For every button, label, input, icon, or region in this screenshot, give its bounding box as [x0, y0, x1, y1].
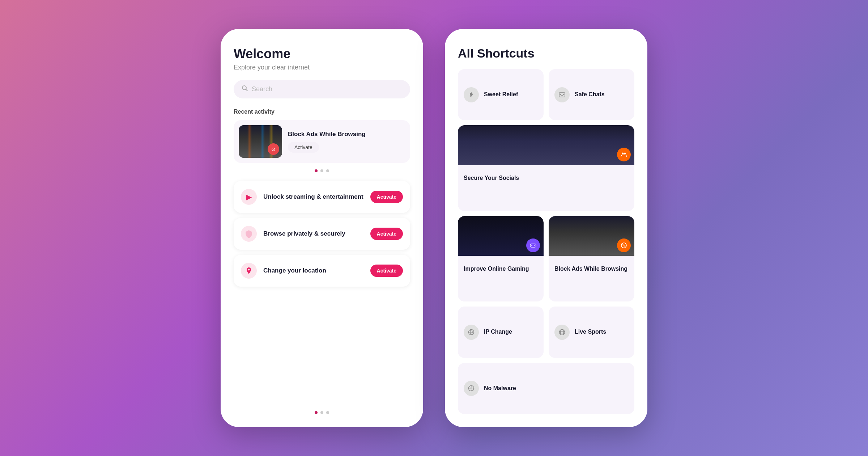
no-malware-label: No Malware: [484, 385, 516, 392]
gaming-overlay-icon: [526, 238, 540, 252]
search-placeholder: Search: [252, 85, 272, 93]
bottom-dot-3: [326, 411, 329, 414]
shortcut-no-malware[interactable]: No Malware: [458, 363, 634, 414]
svg-line-1: [246, 89, 248, 91]
shortcuts-grid: Sweet Relief Safe Chats: [458, 69, 634, 414]
bottom-dot-2: [320, 411, 323, 414]
svg-rect-2: [559, 93, 565, 97]
sweet-relief-icon: [464, 87, 479, 102]
recent-card-overlay-icon: ⊘: [268, 143, 279, 155]
svg-point-17: [470, 387, 472, 389]
no-malware-icon: [464, 381, 479, 396]
streaming-text: Unlock streaming & entertainment: [263, 193, 364, 201]
svg-line-11: [622, 243, 626, 248]
svg-rect-5: [530, 244, 536, 247]
svg-point-9: [535, 245, 535, 245]
left-phone: Welcome Explore your clear internet Sear…: [221, 29, 423, 427]
location-activate-button[interactable]: Activate: [370, 265, 403, 277]
left-phone-title: Welcome: [234, 46, 410, 62]
shortcut-secure-socials[interactable]: Secure Your Socials: [458, 125, 634, 211]
dot-3: [326, 169, 329, 172]
gaming-label: Improve Online Gaming: [464, 265, 529, 273]
gaming-image: [458, 216, 544, 256]
live-sports-icon: [554, 325, 570, 340]
ip-change-icon: [464, 325, 479, 340]
safe-chats-icon: [554, 87, 570, 102]
block-ads-image: [549, 216, 634, 256]
ip-change-label: IP Change: [484, 328, 512, 336]
shortcut-gaming[interactable]: Improve Online Gaming: [458, 216, 544, 301]
secure-socials-label: Secure Your Socials: [464, 174, 519, 182]
svg-point-4: [624, 153, 626, 155]
recent-card-title: Block Ads While Browsing: [288, 130, 405, 138]
block-ads-body: Block Ads While Browsing: [549, 261, 634, 273]
shortcut-safe-chats[interactable]: Safe Chats: [549, 69, 634, 120]
search-bar[interactable]: Search: [234, 80, 410, 98]
carousel-dots: [234, 169, 410, 172]
private-activate-button[interactable]: Activate: [370, 228, 403, 240]
shortcut-ip-change[interactable]: IP Change: [458, 307, 544, 358]
gaming-body: Improve Online Gaming: [458, 261, 544, 273]
safe-chats-label: Safe Chats: [575, 91, 605, 98]
svg-point-8: [534, 245, 535, 246]
svg-point-15: [559, 329, 565, 335]
private-text: Browse privately & securely: [263, 230, 364, 238]
sweet-relief-label: Sweet Relief: [484, 91, 518, 98]
dot-2: [320, 169, 323, 172]
live-sports-label: Live Sports: [575, 328, 606, 336]
feature-location: Change your location Activate: [234, 255, 410, 287]
left-phone-subtitle: Explore your clear internet: [234, 64, 410, 71]
recent-card: ⊘ Block Ads While Browsing Activate: [234, 120, 410, 163]
private-icon: [241, 226, 257, 242]
block-ads-label: Block Ads While Browsing: [554, 265, 627, 273]
bottom-dots: [234, 408, 410, 414]
shortcut-live-sports[interactable]: Live Sports: [549, 307, 634, 358]
feature-private: Browse privately & securely Activate: [234, 218, 410, 250]
recent-label: Recent activity: [234, 109, 410, 115]
bottom-dot-1: [315, 411, 318, 414]
location-text: Change your location: [263, 267, 364, 275]
right-phone: All Shortcuts Sweet Relief Safe Chats: [445, 29, 647, 427]
secure-socials-image: [458, 125, 634, 165]
search-icon: [242, 85, 248, 93]
recent-card-info: Block Ads While Browsing Activate: [288, 130, 405, 153]
right-phone-title: All Shortcuts: [458, 46, 634, 60]
shortcut-block-ads[interactable]: Block Ads While Browsing: [549, 216, 634, 301]
streaming-icon: ▶: [241, 189, 257, 205]
svg-point-3: [622, 153, 624, 155]
recent-card-image: ⊘: [239, 125, 282, 158]
shortcut-sweet-relief[interactable]: Sweet Relief: [458, 69, 544, 120]
location-icon: [241, 263, 257, 279]
dot-1: [315, 169, 318, 172]
secure-socials-body: Secure Your Socials: [458, 170, 634, 182]
streaming-activate-button[interactable]: Activate: [370, 191, 403, 203]
feature-streaming: ▶ Unlock streaming & entertainment Activ…: [234, 181, 410, 213]
recent-card-activate-button[interactable]: Activate: [288, 142, 319, 153]
block-ads-overlay-icon: [617, 238, 631, 252]
